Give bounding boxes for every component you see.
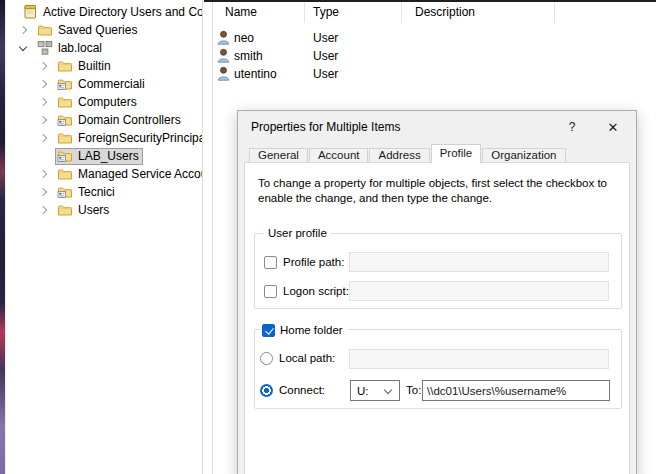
- list-body: neoUsersmithUserutentinoUser: [213, 29, 656, 83]
- folder-icon: [57, 202, 73, 218]
- tab-account[interactable]: Account: [309, 148, 369, 162]
- list-row-utentino[interactable]: utentinoUser: [213, 65, 656, 83]
- tab-address[interactable]: Address: [369, 148, 429, 162]
- column-header-name[interactable]: Name: [213, 2, 305, 23]
- local-path-label: Local path:: [279, 352, 335, 364]
- user-icon: [216, 30, 231, 46]
- connect-path-input[interactable]: [422, 380, 610, 401]
- logon-script-row: Logon script:: [264, 283, 349, 299]
- tree-item-label: Domain Controllers: [78, 113, 181, 127]
- ou-folder-icon: [57, 184, 73, 200]
- home-folder-header: Home folder: [261, 322, 348, 338]
- tab-profile[interactable]: Profile: [431, 144, 482, 163]
- tree-item-label: Computers: [78, 95, 137, 109]
- logon-script-label: Logon script:: [283, 285, 349, 297]
- profile-path-label: Profile path:: [283, 256, 344, 268]
- window-top-edge: [204, 0, 656, 2]
- tree-item-label: Active Directory Users and Computers: [43, 5, 203, 19]
- tree-item-label: LAB_Users: [78, 149, 139, 163]
- folder-icon: [57, 58, 73, 74]
- list-row-smith[interactable]: smithUser: [213, 47, 656, 65]
- tree-item-tecnici[interactable]: Tecnici: [6, 183, 202, 201]
- chevron-right-icon[interactable]: [37, 96, 49, 108]
- dialog-instructions: To change a property for multiple object…: [258, 176, 607, 206]
- type-cell: User: [305, 49, 402, 63]
- logon-script-checkbox[interactable]: [264, 285, 277, 298]
- name-cell: neo: [213, 30, 305, 46]
- folder-icon: [57, 94, 73, 110]
- instruction-line: To change a property for multiple object…: [258, 176, 607, 191]
- chevron-right-icon[interactable]: [37, 60, 49, 72]
- drive-letter-value: U:: [357, 385, 369, 397]
- chevron-right-icon[interactable]: [37, 204, 49, 216]
- close-icon[interactable]: ✕: [596, 111, 630, 144]
- user-name: neo: [234, 31, 254, 45]
- column-header-description[interactable]: Description: [402, 2, 555, 23]
- logon-script-input[interactable]: [349, 281, 609, 301]
- column-header-type[interactable]: Type: [305, 2, 402, 23]
- chevron-right-icon[interactable]: [37, 186, 49, 198]
- tree-item-label: Users: [78, 203, 109, 217]
- tree-item-label: Builtin: [78, 59, 111, 73]
- instruction-line: enable the change, and then type the cha…: [258, 191, 607, 206]
- profile-path-checkbox[interactable]: [264, 256, 277, 269]
- tree-item-lab-users[interactable]: LAB_Users: [6, 147, 202, 165]
- profile-path-input[interactable]: [349, 252, 609, 272]
- user-profile-group: User profile Profile path: Logon script:: [254, 233, 622, 309]
- user-icon: [216, 48, 231, 64]
- chevron-down-icon: [384, 386, 393, 395]
- profile-path-row: Profile path:: [264, 254, 344, 270]
- type-cell: User: [305, 67, 402, 81]
- tree-item-foreignsecurityprincipals[interactable]: ForeignSecurityPrincipals: [6, 129, 202, 147]
- folder-icon: [57, 130, 73, 146]
- chevron-right-icon[interactable]: [37, 78, 49, 90]
- user-name: smith: [234, 49, 263, 63]
- local-path-input[interactable]: [349, 349, 609, 369]
- to-label: To:: [406, 380, 421, 401]
- chevron-right-icon[interactable]: [17, 24, 29, 36]
- local-path-row: Local path:: [260, 350, 335, 366]
- tree-item-label: lab.local: [58, 41, 102, 55]
- tree-item-label: Managed Service Accounts: [78, 167, 203, 181]
- home-folder-label: Home folder: [280, 324, 343, 336]
- tree-item-saved-queries[interactable]: Saved Queries: [6, 21, 202, 39]
- tree-item-users[interactable]: Users: [6, 201, 202, 219]
- tree-item-label: ForeignSecurityPrincipals: [78, 131, 203, 145]
- chevron-right-icon[interactable]: [37, 132, 49, 144]
- home-folder-checkbox[interactable]: [262, 324, 275, 337]
- tab-general[interactable]: General: [249, 148, 308, 162]
- local-path-radio[interactable]: [260, 352, 273, 365]
- mmc-window: Active Directory Users and ComputersSave…: [0, 0, 656, 474]
- tree-item-active-directory-users-and-computers[interactable]: Active Directory Users and Computers: [6, 3, 202, 21]
- connect-radio[interactable]: [260, 384, 273, 397]
- tab-organization[interactable]: Organization: [482, 148, 565, 162]
- console-tree: Active Directory Users and ComputersSave…: [5, 0, 203, 474]
- tree-item-commerciali[interactable]: Commerciali: [6, 75, 202, 93]
- ou-folder-icon: [57, 76, 73, 92]
- selected-highlight: LAB_Users: [55, 148, 143, 165]
- tree-item-computers[interactable]: Computers: [6, 93, 202, 111]
- user-name: utentino: [234, 67, 277, 81]
- group-title: User profile: [264, 226, 331, 241]
- tree-item-domain-controllers[interactable]: Domain Controllers: [6, 111, 202, 129]
- name-cell: smith: [213, 48, 305, 64]
- chevron-down-icon[interactable]: [17, 42, 29, 54]
- dialog-tabstrip: GeneralAccountAddressProfileOrganization: [249, 145, 567, 162]
- tree-item-builtin[interactable]: Builtin: [6, 57, 202, 75]
- drive-letter-dropdown[interactable]: U:: [350, 380, 400, 401]
- tree-item-label: Saved Queries: [58, 23, 137, 37]
- user-icon: [216, 66, 231, 82]
- properties-dialog: Properties for Multiple Items ? ✕ Genera…: [237, 110, 637, 474]
- chevron-right-icon[interactable]: [37, 114, 49, 126]
- tree-item-label: Commerciali: [78, 77, 145, 91]
- chevron-right-icon[interactable]: [37, 168, 49, 180]
- tree-item-label: Tecnici: [78, 185, 115, 199]
- dialog-titlebar[interactable]: Properties for Multiple Items ? ✕: [238, 111, 636, 144]
- column-header-blank[interactable]: [555, 2, 656, 23]
- list-row-neo[interactable]: neoUser: [213, 29, 656, 47]
- home-folder-group: Home folder Local path: Connect: U: To:: [254, 329, 622, 409]
- tree-item-lab-local[interactable]: lab.local: [6, 39, 202, 57]
- profile-tab-page: To change a property for multiple object…: [244, 162, 630, 474]
- help-icon[interactable]: ?: [560, 111, 584, 144]
- tree-item-managed-service-accounts[interactable]: Managed Service Accounts: [6, 165, 202, 183]
